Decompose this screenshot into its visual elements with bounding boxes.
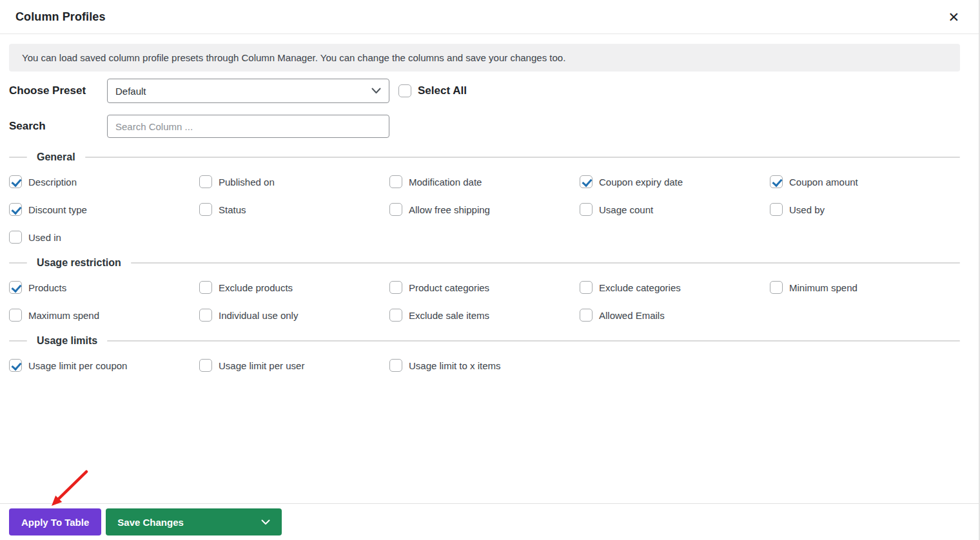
section-rule [85, 157, 960, 158]
checkbox[interactable] [389, 359, 402, 372]
section-usage-limits-header: Usage limits [9, 335, 960, 347]
checkbox-item-minimum-spend[interactable]: Minimum spend [770, 281, 960, 294]
preset-select-wrap: Default [107, 79, 389, 103]
checkbox[interactable] [389, 309, 402, 322]
section-usage-restriction-header: Usage restriction [9, 257, 960, 269]
checkbox-label: Usage limit per user [219, 360, 304, 371]
checkbox[interactable] [9, 231, 22, 244]
checkbox[interactable] [9, 281, 22, 294]
section-usage-restriction-grid: Products Exclude products Product catego… [9, 281, 960, 322]
section-general-header: General [9, 151, 960, 163]
checkbox-label: Coupon expiry date [599, 177, 683, 188]
section-dash [9, 262, 27, 264]
chevron-down-icon [261, 519, 270, 525]
checkbox-label: Exclude products [219, 282, 293, 293]
checkbox-item-coupon-expiry-date[interactable]: Coupon expiry date [580, 175, 770, 188]
checkbox[interactable] [770, 281, 783, 294]
preset-select[interactable]: Default [107, 79, 389, 103]
checkbox[interactable] [389, 175, 402, 188]
checkbox-label: Discount type [28, 204, 87, 215]
checkbox-item-usage-limit-per-coupon[interactable]: Usage limit per coupon [9, 359, 199, 372]
checkbox-item-exclude-products[interactable]: Exclude products [199, 281, 389, 294]
checkbox[interactable] [580, 281, 593, 294]
checkbox-item-exclude-sale-items[interactable]: Exclude sale items [389, 309, 580, 322]
checkbox-label: Coupon amount [789, 177, 858, 188]
checkbox-item-usage-limit-per-user[interactable]: Usage limit per user [199, 359, 389, 372]
close-icon[interactable]: ✕ [945, 8, 962, 26]
checkbox[interactable] [199, 281, 212, 294]
choose-preset-label: Choose Preset [9, 84, 107, 97]
checkbox-item-description[interactable]: Description [9, 175, 199, 188]
checkbox[interactable] [389, 281, 402, 294]
checkbox[interactable] [199, 203, 212, 216]
checkbox[interactable] [580, 309, 593, 322]
checkbox-item-status[interactable]: Status [199, 203, 389, 216]
checkbox[interactable] [770, 203, 783, 216]
checkbox-label: Modification date [409, 177, 482, 188]
checkbox-item-exclude-categories[interactable]: Exclude categories [580, 281, 770, 294]
checkbox-label: Used by [789, 204, 825, 215]
checkbox-label: Exclude categories [599, 282, 681, 293]
checkbox[interactable] [199, 359, 212, 372]
search-input[interactable] [107, 115, 389, 138]
search-row: Search [9, 115, 960, 138]
checkbox-item-products[interactable]: Products [9, 281, 199, 294]
apply-to-table-button[interactable]: Apply To Table [9, 508, 101, 535]
choose-preset-row: Choose Preset Default Select All [9, 79, 960, 103]
checkbox-label: Minimum spend [789, 282, 858, 293]
checkbox-label: Allowed Emails [599, 310, 665, 321]
checkbox-item-maximum-spend[interactable]: Maximum spend [9, 309, 199, 322]
checkbox-item-allow-free-shipping[interactable]: Allow free shipping [389, 203, 580, 216]
section-general: General Description Published on Modific… [9, 151, 960, 244]
checkbox-label: Usage limit per coupon [28, 360, 127, 371]
checkbox[interactable] [389, 203, 402, 216]
checkbox-label: Maximum spend [28, 310, 99, 321]
checkbox[interactable] [9, 359, 22, 372]
checkbox[interactable] [9, 175, 22, 188]
checkbox-label: Used in [28, 232, 61, 243]
checkbox[interactable] [199, 309, 212, 322]
section-usage-limits: Usage limits Usage limit per coupon Usag… [9, 335, 960, 372]
checkbox-label: Individual use only [219, 310, 298, 321]
checkbox[interactable] [770, 175, 783, 188]
checkbox-item-coupon-amount[interactable]: Coupon amount [770, 175, 960, 188]
checkbox-item-product-categories[interactable]: Product categories [389, 281, 580, 294]
checkbox-label: Allow free shipping [409, 204, 490, 215]
section-usage-restriction: Usage restriction Products Exclude produ… [9, 257, 960, 322]
select-all-checkbox[interactable] [398, 84, 411, 97]
checkbox-item-allowed-emails[interactable]: Allowed Emails [580, 309, 770, 322]
checkbox-item-discount-type[interactable]: Discount type [9, 203, 199, 216]
checkbox-item-published-on[interactable]: Published on [199, 175, 389, 188]
checkbox[interactable] [9, 203, 22, 216]
search-label: Search [9, 120, 107, 133]
page-title: Column Profiles [15, 10, 106, 24]
checkbox-item-modification-date[interactable]: Modification date [389, 175, 580, 188]
checkbox-label: Exclude sale items [409, 310, 489, 321]
modal-header: Column Profiles ✕ [0, 0, 979, 34]
checkbox[interactable] [9, 309, 22, 322]
checkbox-label: Products [28, 282, 66, 293]
save-changes-button[interactable]: Save Changes [106, 508, 282, 535]
section-title: Usage limits [37, 335, 97, 347]
checkbox-label: Description [28, 177, 77, 188]
modal-footer: Apply To Table Save Changes [0, 503, 979, 540]
checkbox-label: Usage limit to x items [409, 360, 501, 371]
checkbox-label: Usage count [599, 204, 653, 215]
checkbox-label: Product categories [409, 282, 489, 293]
info-banner: You can load saved column profile preset… [9, 44, 960, 72]
select-all-label: Select All [418, 84, 467, 97]
checkbox-item-individual-use-only[interactable]: Individual use only [199, 309, 389, 322]
checkbox-item-usage-count[interactable]: Usage count [580, 203, 770, 216]
checkbox[interactable] [580, 203, 593, 216]
section-title: Usage restriction [37, 257, 121, 269]
section-general-grid: Description Published on Modification da… [9, 175, 960, 244]
checkbox-item-used-by[interactable]: Used by [770, 203, 960, 216]
checkbox-item-used-in[interactable]: Used in [9, 231, 199, 244]
checkbox-item-usage-limit-to-x-items[interactable]: Usage limit to x items [389, 359, 580, 372]
section-rule [131, 262, 960, 264]
modal-body: You can load saved column profile preset… [0, 34, 979, 503]
checkbox[interactable] [580, 175, 593, 188]
checkbox-label: Published on [219, 177, 275, 188]
checkbox[interactable] [199, 175, 212, 188]
select-all-toggle[interactable]: Select All [398, 84, 467, 97]
